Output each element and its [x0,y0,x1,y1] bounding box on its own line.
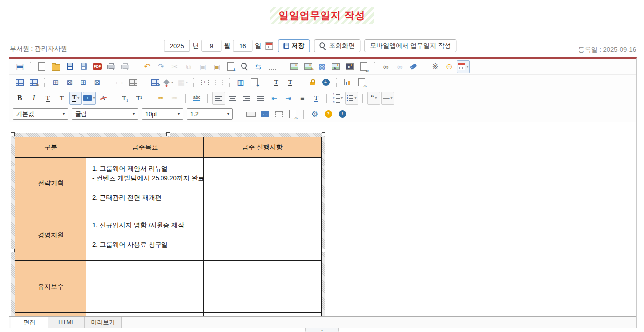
editor-collapse-handle[interactable]: ▾ [305,328,339,332]
row-label-cell[interactable]: 경영지원 [15,209,86,261]
insert-textfield-icon[interactable]: T [270,76,283,89]
row-label-cell[interactable] [15,313,86,317]
settings-icon[interactable]: ⚙ [308,108,321,121]
select-table-icon[interactable] [212,76,225,89]
goal-cell[interactable]: 1. 신규입사자 명함 /사원증 제작 2. 그룹웨어 사용료 청구일 [86,209,204,261]
editor-menu-icon[interactable]: ▤ [13,60,26,73]
find-icon[interactable] [238,60,251,73]
attach-file-icon[interactable] [357,60,370,73]
bold-icon[interactable]: B [13,92,26,105]
save-as-icon[interactable] [77,60,90,73]
ordered-list-icon[interactable]: 123▾ [331,92,344,105]
save-file-icon[interactable] [63,60,76,73]
align-left-icon[interactable] [212,92,225,105]
tab-html[interactable]: HTML [48,317,85,328]
align-right-icon[interactable] [240,92,253,105]
line-height-select[interactable]: 1.2▾ [187,108,233,120]
mobile-write-button[interactable]: 모바일앱에서 업무일지 작성 [364,39,456,52]
split-cells-icon[interactable] [127,76,140,89]
tab-편집[interactable]: 편집 [11,317,48,328]
chart-icon[interactable] [341,76,354,89]
background-image-icon[interactable]: ▩ [316,60,328,73]
action-cell[interactable] [204,209,322,261]
insert-table-icon[interactable] [13,76,26,89]
paragraph-style-select[interactable]: 기본값▾ [13,108,68,120]
cell-color-icon[interactable]: ▾ [162,76,175,89]
horizontal-line-icon[interactable]: —▾ [381,92,394,105]
new-page-icon[interactable] [248,76,261,89]
search-view-button[interactable]: 조회화면 [314,39,360,52]
selection-handle-top-right[interactable] [322,132,325,136]
goal-cell[interactable] [86,261,204,313]
month-input[interactable] [201,40,221,52]
edit-table-icon[interactable] [27,76,40,89]
pdf-export-icon[interactable]: PDF [91,60,104,73]
help-icon[interactable]: ? [322,108,335,121]
cell-border-icon[interactable]: ▦▾ [176,76,189,89]
print-setup-icon[interactable] [119,60,132,73]
print-icon[interactable] [105,60,118,73]
row-label-cell[interactable]: 유지보수 [15,261,86,313]
align-justify-icon[interactable] [254,92,267,105]
align-center-icon[interactable] [226,92,239,105]
goal-cell[interactable]: 1. 그룹웨어 제안서 리뉴얼- 컨텐츠 개발팀에서 25.09.20까지 완료… [86,158,204,209]
action-cell[interactable] [204,261,322,313]
replace-icon[interactable]: ⇆ [252,60,265,73]
char-spacing-icon[interactable]: abc [190,92,203,105]
font-color-icon[interactable]: T▾ [69,92,82,105]
paste-word-icon[interactable]: ▣ [210,60,223,73]
insert-column-icon[interactable]: ⊞ [77,76,90,89]
save-button[interactable]: 저장 [278,39,310,52]
subscript-icon[interactable]: T₁ [119,92,132,105]
paste-icon[interactable]: ▣ [196,60,209,73]
fullscreen-icon[interactable] [272,108,285,121]
line-height-icon[interactable]: ≡ [296,92,309,105]
lock-icon[interactable] [306,76,319,89]
edit-image-icon[interactable] [302,60,315,73]
font-family-select[interactable]: 굴림▾ [72,108,138,120]
tab-미리보기[interactable]: 미리보기 [85,317,122,328]
selection-handle-top-center[interactable] [166,132,170,136]
font-size-select[interactable]: 10pt▾ [142,108,183,120]
editor-content[interactable]: 구분금주목표금주 실행사항전략기획1. 그룹웨어 제안서 리뉴얼- 컨텐츠 개발… [9,122,636,316]
clipboard-copy-icon[interactable] [286,108,299,121]
insert-row-icon[interactable]: ⊞ [49,76,62,89]
selection-handle-top-left[interactable] [11,132,15,136]
format-painter-icon[interactable]: ✏ [155,92,167,105]
select-area-icon[interactable] [266,60,279,73]
bookmark-icon[interactable] [407,60,420,73]
blockquote-icon[interactable]: “▾ [367,92,380,105]
insert-video-icon[interactable] [343,60,356,73]
form-template-icon[interactable]: ▥ [234,76,247,89]
table-header-cell[interactable]: 구분 [15,137,86,158]
merge-cells-icon[interactable]: ▭ [113,76,126,89]
calendar-picker-icon[interactable] [264,41,274,51]
outdent-icon[interactable]: ⇤ [268,92,281,105]
hyperlink-icon[interactable]: ∞ [379,60,392,73]
clear-format-icon[interactable]: A [97,92,110,105]
delete-row-icon[interactable]: ⊠ [63,76,76,89]
notice-icon[interactable]: ! [336,108,349,121]
day-input[interactable] [233,40,252,52]
unordered-list-icon[interactable]: ▾ [345,92,358,105]
open-file-icon[interactable] [49,60,62,73]
selection-handle-middle-right[interactable] [322,249,325,252]
table-header-cell[interactable]: 금주 실행사항 [204,137,322,158]
action-cell[interactable] [204,313,322,317]
action-cell[interactable] [204,158,322,209]
superscript-icon[interactable]: T¹ [133,92,146,105]
insert-photo-icon[interactable] [329,60,342,73]
format-apply-icon[interactable]: ✏ [168,92,181,105]
new-document-icon[interactable] [35,60,48,73]
insert-datetime-icon[interactable]: ▾ [457,60,470,73]
editor-size-icon[interactable]: ▭ [258,108,271,121]
strikethrough-icon[interactable]: T [55,92,68,105]
remove-link-icon[interactable]: ∞ [393,60,406,73]
report-form-icon[interactable] [355,76,368,89]
ruler-icon[interactable] [244,108,257,121]
table-header-cell[interactable]: 금주목표 [86,137,204,158]
copy-icon[interactable]: ⧉ [182,60,195,73]
table-properties-icon[interactable] [149,76,161,89]
emoticon-icon[interactable]: ☺ [443,60,456,73]
paragraph-spacing-icon[interactable]: T [310,92,322,105]
